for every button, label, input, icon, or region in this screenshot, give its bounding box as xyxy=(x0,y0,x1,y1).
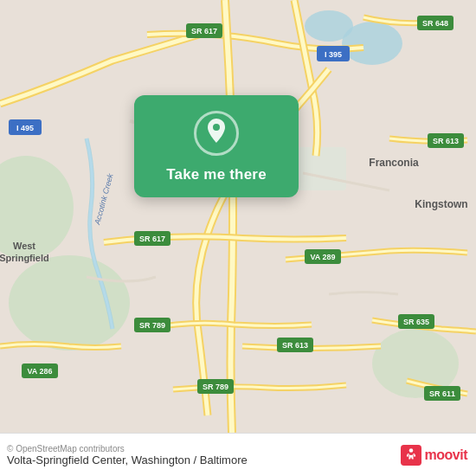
svg-text:VA 286: VA 286 xyxy=(27,367,52,376)
svg-text:SR 617: SR 617 xyxy=(191,27,217,35)
bottom-bar-left: © OpenStreetMap contributors Volta-Sprin… xyxy=(7,444,248,466)
svg-point-1 xyxy=(9,255,130,351)
moovit-logo-icon xyxy=(401,445,421,466)
svg-text:I 395: I 395 xyxy=(325,50,342,59)
svg-text:West: West xyxy=(13,241,35,251)
svg-text:SR 611: SR 611 xyxy=(429,389,455,398)
svg-text:Springfield: Springfield xyxy=(0,253,49,263)
svg-text:SR 635: SR 635 xyxy=(403,318,429,326)
svg-point-5 xyxy=(305,10,353,42)
svg-text:SR 613: SR 613 xyxy=(433,137,459,145)
popup-icon-circle xyxy=(194,111,239,156)
popup-card[interactable]: Take me there xyxy=(134,95,299,197)
svg-text:Kingstown: Kingstown xyxy=(415,198,467,210)
svg-text:I 495: I 495 xyxy=(16,124,34,132)
location-pin-icon xyxy=(204,119,228,148)
bottom-bar: © OpenStreetMap contributors Volta-Sprin… xyxy=(0,433,476,476)
svg-text:SR 789: SR 789 xyxy=(139,321,165,330)
svg-text:SR 613: SR 613 xyxy=(282,341,308,350)
popup-label: Take me there xyxy=(166,166,267,183)
svg-point-38 xyxy=(213,124,220,131)
svg-text:SR 617: SR 617 xyxy=(139,235,165,243)
svg-text:Franconia: Franconia xyxy=(369,157,419,169)
svg-text:VA 289: VA 289 xyxy=(310,253,335,261)
moovit-logo[interactable]: moovit xyxy=(401,445,467,466)
map-background: I 495 SR 617 I 395 SR 648 SR 613 SR 617 … xyxy=(0,0,476,433)
svg-text:SR 789: SR 789 xyxy=(203,383,228,391)
svg-point-40 xyxy=(408,448,413,453)
copyright-text: © OpenStreetMap contributors xyxy=(7,444,248,453)
location-name: Volta-Springfield Center, Washington / B… xyxy=(7,453,248,466)
moovit-text: moovit xyxy=(425,447,467,463)
svg-text:SR 648: SR 648 xyxy=(422,19,448,28)
map-container: I 495 SR 617 I 395 SR 648 SR 613 SR 617 … xyxy=(0,0,476,433)
